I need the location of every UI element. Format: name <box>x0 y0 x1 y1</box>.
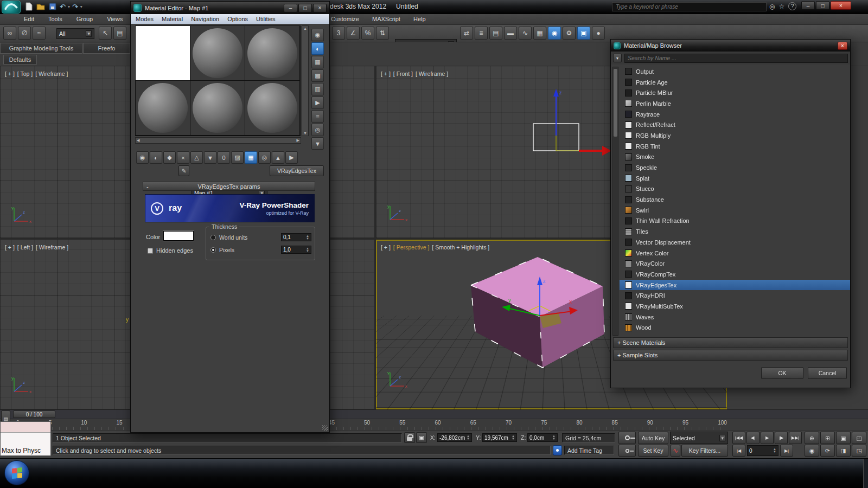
key-filters-button[interactable]: Key Filters... <box>681 445 728 457</box>
map-list-item[interactable]: Smoke <box>620 152 850 163</box>
me-tool-button[interactable]: △ <box>190 151 203 164</box>
viewport-plus-menu[interactable]: [ + ] <box>5 244 15 251</box>
map-list-item[interactable]: Raytrace <box>620 109 850 120</box>
app-close-button[interactable]: × <box>831 1 851 10</box>
map-list-item[interactable]: Waves <box>620 312 850 323</box>
viewport-nav-button[interactable]: ⊕ <box>805 432 819 444</box>
viewport-label[interactable]: [ + ] [ Left ] [ Wireframe ] <box>5 244 68 251</box>
toolbar-button[interactable]: % <box>361 27 374 40</box>
toolbar-button[interactable]: ⇅ <box>376 27 389 40</box>
key-mode-toggle[interactable] <box>618 445 636 457</box>
redo-icon[interactable]: ↷ <box>72 3 78 11</box>
y-spinner[interactable] <box>512 435 515 440</box>
me-tool-button[interactable]: ◐ <box>150 151 162 164</box>
selection-set-dropdown[interactable]: Selected <box>670 432 728 444</box>
tab-graphite-modeling-tools[interactable]: Graphite Modeling Tools <box>0 43 82 54</box>
open-file-icon[interactable] <box>36 2 46 11</box>
playback-button[interactable]: ◀| <box>746 432 760 444</box>
current-frame-field[interactable]: 0 <box>747 445 778 456</box>
viewport-label[interactable]: [ + ] [ Front ] [ Wireframe ] <box>381 70 448 77</box>
absolute-offset-mode-toggle[interactable]: ▣ <box>416 432 427 443</box>
menu-item[interactable]: Customize <box>331 16 359 22</box>
map-list-item[interactable]: Substance <box>620 194 850 205</box>
rollout-collapse-icon[interactable]: - <box>146 183 149 190</box>
toolbar-button[interactable]: ∅ <box>18 27 31 40</box>
group-scene-materials[interactable]: + Scene Materials <box>613 337 848 348</box>
map-list-item[interactable]: Splat <box>620 173 850 184</box>
time-slider[interactable]: 0 / 100 <box>13 410 55 418</box>
infocenter-search-input[interactable] <box>612 2 767 11</box>
map-list-item[interactable]: VRayColor <box>620 258 850 269</box>
me-close-button[interactable]: × <box>313 4 327 12</box>
favorites-star-icon[interactable]: ☆ <box>778 3 784 10</box>
me-tool-button[interactable]: × <box>177 151 189 164</box>
map-list-item[interactable]: Output <box>620 66 850 77</box>
toolbar-button[interactable]: ▦ <box>533 27 546 40</box>
cancel-button[interactable]: Cancel <box>808 367 847 379</box>
map-list-item[interactable]: Particle Age <box>620 77 850 88</box>
me-tool-button[interactable]: ▥ <box>311 83 324 95</box>
material-sample-slot[interactable] <box>245 26 299 80</box>
map-list-item[interactable]: Wood <box>620 323 850 333</box>
toolbar-button[interactable]: ∠ <box>347 27 360 40</box>
group-sample-slots[interactable]: + Sample Slots <box>613 350 848 361</box>
macro-recorder-pane[interactable] <box>1 422 50 433</box>
default-tangent-icon[interactable]: ∿ <box>671 445 680 457</box>
map-list-item[interactable]: RGB Multiply <box>620 130 850 141</box>
me-maximize-button[interactable]: □ <box>298 4 312 12</box>
menu-item[interactable]: Help <box>413 16 426 22</box>
save-file-icon[interactable] <box>48 2 58 11</box>
me-tool-button[interactable]: ◎ <box>258 151 271 164</box>
viewport-pov-label[interactable]: [ Front ] <box>393 70 413 77</box>
me-tool-button[interactable]: ▶ <box>311 97 324 109</box>
viewport-plus-menu[interactable]: [ + ] <box>5 70 15 77</box>
me-minimize-button[interactable]: – <box>284 4 297 12</box>
me-menu-item[interactable]: Modes <box>136 16 154 22</box>
slots-vertical-scrollbar[interactable]: ▲▼ <box>302 25 309 136</box>
map-list-item[interactable]: Vertex Color <box>620 248 850 259</box>
me-tool-button[interactable]: ▼ <box>204 151 216 164</box>
me-menu-item[interactable]: Options <box>227 16 248 22</box>
map-list-item[interactable]: Stucco <box>620 184 850 195</box>
toolbar-button[interactable]: ≈ <box>33 27 46 40</box>
map-list-item[interactable]: Particle MBlur <box>620 87 850 98</box>
selected-box-object[interactable]: z y x <box>457 246 615 379</box>
app-maximize-button[interactable]: □ <box>816 1 829 10</box>
toolbar-button[interactable]: ● <box>592 27 605 40</box>
me-tool-button[interactable]: ◆ <box>163 151 176 164</box>
material-editor-titlebar[interactable]: Material Editor - Map #1 – □ × <box>131 2 329 14</box>
toolbar-button[interactable]: ↖ <box>99 27 112 40</box>
menu-item[interactable]: Views <box>107 16 123 22</box>
maxscript-mini-listener[interactable]: Max to Physc <box>0 421 51 456</box>
redo-dropdown-icon[interactable]: ▾ <box>80 4 82 9</box>
toolbar-button[interactable]: ≡ <box>475 27 488 40</box>
material-sample-slot[interactable] <box>136 26 190 80</box>
previous-key-button[interactable]: |◀ <box>732 445 745 457</box>
browser-options-icon[interactable]: ▼ <box>613 54 622 62</box>
ribbon-defaults-button[interactable]: Defaults <box>3 55 37 65</box>
ok-button[interactable]: OK <box>761 367 803 379</box>
rollout-vrayedgestex-params[interactable]: - VRayEdgesTex params <box>143 182 315 191</box>
menu-item[interactable]: Tools <box>48 16 62 22</box>
viewport-plus-menu[interactable]: [ + ] <box>381 70 391 77</box>
viewport-nav-button[interactable]: ◨ <box>836 445 851 457</box>
menu-item[interactable]: Group <box>76 16 93 22</box>
material-sample-slot[interactable] <box>190 81 245 135</box>
me-tool-button[interactable]: ◉ <box>136 151 149 164</box>
viewport-pov-label[interactable]: [ Left ] <box>17 244 33 251</box>
x-coordinate-field[interactable]: -26,802cm <box>437 433 472 442</box>
map-list-item[interactable]: VRayHDRI <box>620 290 850 301</box>
me-tool-button[interactable]: ▦ <box>245 151 257 164</box>
me-tool-button[interactable]: ▨ <box>231 151 244 164</box>
me-tool-button[interactable]: ▼ <box>311 137 324 150</box>
hidden-edges-checkbox[interactable] <box>147 248 153 254</box>
toolbar-button[interactable]: ⇄ <box>460 27 473 40</box>
pixels-spinner[interactable] <box>306 247 309 253</box>
pick-material-eyedropper[interactable]: ✎ <box>178 165 189 176</box>
auto-key-button[interactable]: Auto Key <box>638 432 668 444</box>
frame-spinner[interactable] <box>773 448 776 453</box>
y-coordinate-field[interactable]: 19,567cm <box>482 433 517 442</box>
search-icon[interactable]: ◎ <box>769 3 775 10</box>
viewport-plus-menu[interactable]: [ + ] <box>381 244 391 251</box>
me-menu-item[interactable]: Navigation <box>191 16 219 22</box>
